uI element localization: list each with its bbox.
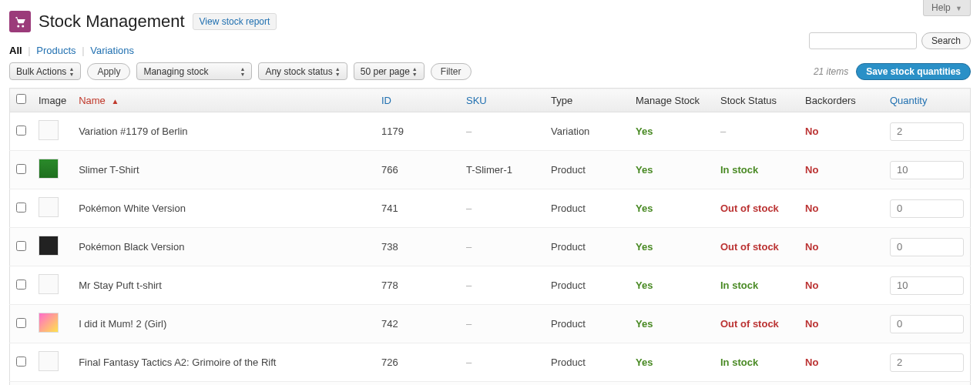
product-type: Product: [545, 343, 629, 382]
manage-stock: Yes: [629, 343, 714, 382]
table-row: Pokémon Black Version738–ProductYesOut o…: [10, 228, 971, 266]
search-button[interactable]: Search: [921, 32, 971, 49]
view-report-link[interactable]: View stock report: [193, 13, 277, 30]
quantity-input[interactable]: [890, 276, 964, 295]
status-instock: In stock: [720, 357, 758, 368]
manage-stock: Yes: [629, 151, 714, 189]
product-id: 1175: [375, 382, 460, 386]
table-row: Berlin1175–ProductYesIn stockNo: [10, 382, 971, 386]
save-button[interactable]: Save stock quantities: [856, 63, 971, 80]
status-instock: In stock: [720, 280, 758, 291]
filter-all[interactable]: All: [9, 45, 22, 56]
product-thumbnail: [39, 351, 59, 371]
stepper-icon: ▲▼: [412, 64, 421, 79]
stock-status: –: [714, 112, 799, 151]
backorders: No: [799, 382, 884, 386]
row-checkbox[interactable]: [16, 241, 26, 251]
row-checkbox[interactable]: [16, 203, 26, 213]
product-type: Product: [545, 151, 629, 189]
help-tab[interactable]: Help ▼: [923, 0, 971, 16]
product-name: Slimer T-Shirt: [72, 151, 375, 189]
per-page-label: 50 per page: [361, 66, 410, 77]
help-label: Help: [931, 2, 951, 13]
backorders: No: [799, 112, 884, 151]
quantity-input[interactable]: [890, 161, 964, 179]
product-sku: T-Slimer-1: [460, 151, 545, 189]
status-filter-label: Any stock status: [265, 66, 332, 77]
bulk-actions-select[interactable]: Bulk Actions ▲▼: [9, 62, 81, 80]
apply-button[interactable]: Apply: [87, 63, 130, 80]
status-instock: In stock: [720, 164, 758, 176]
search-input[interactable]: [809, 32, 917, 49]
col-image: Image: [32, 89, 72, 112]
product-id: 742: [375, 305, 460, 343]
table-row: Pokémon White Version741–ProductYesOut o…: [10, 189, 971, 228]
col-name-label: Name: [79, 95, 106, 106]
page-title: Stock Management: [39, 12, 185, 32]
product-type: Variation: [545, 112, 629, 151]
product-id: 778: [375, 266, 460, 305]
table-row: Final Fantasy Tactics A2: Grimoire of th…: [10, 343, 971, 382]
product-sku: –: [460, 189, 545, 228]
table-row: Mr Stay Puft t-shirt778–ProductYesIn sto…: [10, 266, 971, 305]
manage-stock: Yes: [629, 189, 714, 228]
stock-status: Out of stock: [714, 305, 799, 343]
product-sku: –: [460, 343, 545, 382]
product-sku: –: [460, 228, 545, 266]
row-checkbox[interactable]: [16, 318, 26, 328]
filter-variations[interactable]: Variations: [90, 45, 134, 56]
stepper-icon: ▲▼: [69, 64, 78, 79]
product-id: 726: [375, 343, 460, 382]
col-name[interactable]: Name ▲: [72, 89, 375, 112]
sort-asc-icon: ▲: [111, 97, 119, 105]
select-all-checkbox[interactable]: [16, 94, 26, 104]
quantity-input[interactable]: [890, 238, 964, 256]
backorders: No: [799, 151, 884, 189]
row-checkbox[interactable]: [16, 164, 26, 174]
product-thumbnail: [39, 274, 59, 294]
product-name: Variation #1179 of Berlin: [72, 112, 375, 151]
stock-table: Image Name ▲ ID SKU Type Manage Stock St…: [9, 88, 971, 385]
row-checkbox[interactable]: [16, 126, 26, 136]
product-thumbnail: [39, 159, 59, 179]
manage-stock: Yes: [629, 382, 714, 386]
backorders: No: [799, 266, 884, 305]
stock-status: In stock: [714, 151, 799, 189]
row-checkbox[interactable]: [16, 280, 26, 290]
product-id: 741: [375, 189, 460, 228]
manage-stock: Yes: [629, 305, 714, 343]
col-sku[interactable]: SKU: [460, 89, 545, 112]
product-type: Product: [545, 382, 629, 386]
backorders: No: [799, 305, 884, 343]
quantity-input[interactable]: [890, 315, 964, 333]
status-filter-select[interactable]: Any stock status ▲▼: [258, 62, 347, 80]
stock-filter-select[interactable]: Managing stock ▲▼: [136, 62, 252, 80]
filter-button[interactable]: Filter: [431, 63, 472, 80]
stock-status: Out of stock: [714, 189, 799, 228]
stock-status: Out of stock: [714, 228, 799, 266]
filter-products[interactable]: Products: [36, 45, 76, 56]
product-name: I did it Mum! 2 (Girl): [72, 305, 375, 343]
col-quantity[interactable]: Quantity: [884, 89, 971, 112]
per-page-select[interactable]: 50 per page ▲▼: [354, 62, 425, 80]
col-id[interactable]: ID: [375, 89, 460, 112]
product-thumbnail: [39, 236, 59, 256]
status-outofstock: Out of stock: [720, 203, 779, 214]
product-type: Product: [545, 266, 629, 305]
product-thumbnail: [39, 313, 59, 333]
row-checkbox[interactable]: [16, 357, 26, 367]
product-id: 738: [375, 228, 460, 266]
col-manage: Manage Stock: [629, 89, 714, 112]
stock-filter-label: Managing stock: [143, 66, 208, 77]
quantity-input[interactable]: [890, 199, 964, 218]
quantity-input[interactable]: [890, 353, 964, 372]
product-name: Pokémon White Version: [72, 189, 375, 228]
quantity-input[interactable]: [890, 122, 964, 141]
col-backorders: Backorders: [799, 89, 884, 112]
product-type: Product: [545, 305, 629, 343]
backorders: No: [799, 228, 884, 266]
product-name: Final Fantasy Tactics A2: Grimoire of th…: [72, 343, 375, 382]
product-sku: –: [460, 382, 545, 386]
stepper-icon: ▲▼: [335, 64, 344, 79]
chevron-down-icon: ▼: [955, 5, 962, 12]
